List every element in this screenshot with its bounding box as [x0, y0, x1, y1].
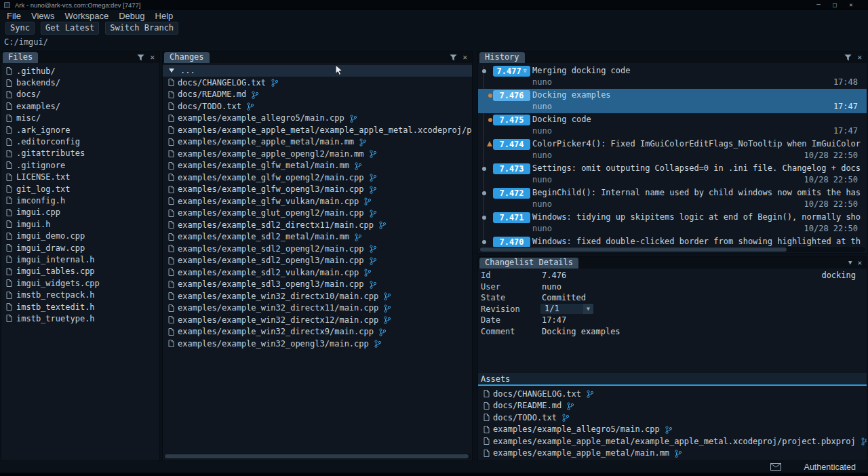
- changed-file-row[interactable]: examples/example_win32_opengl3/main.cpp: [163, 338, 472, 350]
- file-tree-item[interactable]: examples/: [1, 100, 159, 112]
- changed-file-row[interactable]: examples/example_glfw_metal/main.mm: [163, 160, 472, 172]
- toolbar-button[interactable]: Get Latest: [41, 22, 99, 35]
- changed-file-row[interactable]: examples/example_win32_directx11/main.cp…: [163, 302, 472, 315]
- asset-row[interactable]: docs/README.md: [478, 400, 867, 412]
- close-panel-icon[interactable]: ✕: [462, 54, 467, 61]
- changed-file-row[interactable]: docs/README.md: [163, 89, 472, 101]
- toolbar-button[interactable]: Switch Branch: [105, 22, 178, 35]
- changeset-row[interactable]: 7.474 ▽ ColorPicker4(): Fixed ImGuiColor…: [478, 138, 867, 162]
- scrollbar-thumb[interactable]: [480, 247, 787, 252]
- tab-history[interactable]: History: [479, 52, 525, 63]
- changeset-badge[interactable]: 7.475 ▽: [493, 115, 530, 125]
- chevron-down-icon[interactable]: ▼: [848, 260, 852, 266]
- file-name: imgui.cpp: [16, 207, 60, 217]
- changed-file-row[interactable]: docs/TODO.txt: [163, 100, 472, 113]
- file-tree-item[interactable]: imstb_rectpack.h: [1, 289, 159, 300]
- changeset-badge[interactable]: 7.474 ▽: [493, 139, 530, 150]
- horizontal-scrollbar[interactable]: [164, 454, 471, 459]
- changed-file-row[interactable]: examples/example_glfw_opengl3/main.cpp: [163, 184, 472, 196]
- file-tree-item[interactable]: imgui_draw.cpp: [1, 242, 159, 254]
- revision-combo[interactable]: 1/1 ▼: [540, 304, 593, 314]
- close-panel-icon[interactable]: ✕: [857, 259, 862, 266]
- changes-panel: Changes ✕ ... docs/CHANGELOG.txt: [162, 51, 473, 461]
- changeset-badge[interactable]: 7.477 ▽: [493, 66, 530, 77]
- changeset-badge[interactable]: 7.473 ▽: [493, 163, 530, 174]
- changed-file-row[interactable]: examples/example_sdl2_directx11/main.cpp: [163, 219, 472, 231]
- changed-file-row[interactable]: examples/example_sdl2_metal/main.mm: [163, 231, 472, 243]
- changeset-row[interactable]: 7.476 ▽ Docking examples nuno 17:47: [478, 89, 867, 113]
- file-tree-item[interactable]: imstb_textedit.h: [1, 301, 159, 313]
- menu-item[interactable]: Views: [31, 11, 54, 21]
- menu-item[interactable]: Help: [155, 11, 174, 21]
- changes-tree-root[interactable]: ...: [163, 65, 472, 77]
- maximize-button[interactable]: □: [830, 1, 840, 9]
- file-tree-item[interactable]: imstb_truetype.h: [1, 313, 159, 324]
- filter-icon[interactable]: [137, 54, 144, 61]
- file-tree-item[interactable]: imgui.h: [1, 218, 159, 230]
- tab-changelist-details[interactable]: Changelist Details: [479, 258, 578, 269]
- close-panel-icon[interactable]: ✕: [857, 54, 862, 61]
- changed-file-row[interactable]: examples/example_glfw_vulkan/main.cpp: [163, 195, 472, 207]
- file-tree-item[interactable]: imconfig.h: [1, 195, 159, 206]
- minimize-button[interactable]: ─: [814, 1, 823, 9]
- changed-file-row[interactable]: examples/example_win32_directx12/main.cp…: [163, 314, 472, 326]
- assets-header[interactable]: Assets: [478, 373, 867, 386]
- changed-file-row[interactable]: examples/example_sdl2_opengl2/main.cpp: [163, 243, 472, 255]
- menu-item[interactable]: Debug: [119, 11, 144, 21]
- changed-file-row[interactable]: examples/example_sdl3_opengl3/main.cpp: [163, 279, 472, 291]
- asset-row[interactable]: examples/example_allegro5/main.cpp: [478, 424, 867, 436]
- changed-file-row[interactable]: examples/example_allegro5/main.cpp: [163, 113, 472, 125]
- tab-files[interactable]: Files: [3, 52, 38, 63]
- changeset-row[interactable]: 7.477 ▽ Merging docking code nuno 17:48: [478, 64, 867, 89]
- file-tree-item[interactable]: .editorconfig: [1, 136, 159, 147]
- mail-icon[interactable]: [770, 463, 781, 471]
- menu-item[interactable]: File: [7, 11, 21, 21]
- changeset-badge[interactable]: 7.476 ▽: [493, 90, 530, 101]
- horizontal-scrollbar[interactable]: [479, 247, 865, 252]
- changed-file-row[interactable]: examples/example_sdl2_opengl3/main.cpp: [163, 255, 472, 267]
- changeset-row[interactable]: 7.473 ▽ Settings: omit outputing Collaps…: [478, 162, 867, 186]
- comment-value[interactable]: Docking examples: [542, 327, 620, 336]
- changeset-badge[interactable]: 7.472 ▽: [493, 188, 530, 199]
- file-tree-item[interactable]: imgui.cpp: [1, 207, 159, 218]
- asset-row[interactable]: docs/CHANGELOG.txt: [478, 388, 867, 400]
- file-tree-item[interactable]: .gitignore: [1, 159, 159, 171]
- file-tree-item[interactable]: backends/: [1, 77, 159, 88]
- changed-file-row[interactable]: examples/example_sdl2_vulkan/main.cpp: [163, 266, 472, 279]
- changed-file-row[interactable]: examples/example_glut_opengl2/main.cpp: [163, 207, 472, 220]
- changed-file-row[interactable]: examples/example_apple_opengl2/main.mm: [163, 148, 472, 160]
- changeset-badge[interactable]: 7.471 ▽: [493, 212, 530, 223]
- asset-row[interactable]: examples/example_apple_metal/example_app…: [478, 435, 867, 448]
- close-panel-icon[interactable]: ✕: [150, 54, 155, 61]
- changeset-row[interactable]: 7.475 ▽ Docking code nuno 17:47: [478, 113, 867, 138]
- asset-row[interactable]: examples/example_apple_metal/main.mm: [478, 448, 867, 460]
- filter-icon[interactable]: [844, 54, 852, 61]
- file-tree-item[interactable]: imgui_demo.cpp: [1, 230, 159, 241]
- changed-file-row[interactable]: examples/example_apple_metal/main.mm: [163, 136, 472, 148]
- changeset-badge[interactable]: 7.470 ▽: [493, 237, 530, 247]
- changed-file-row[interactable]: examples/example_apple_metal/example_app…: [163, 124, 472, 136]
- scrollbar-thumb[interactable]: [165, 454, 469, 458]
- changed-file-row[interactable]: examples/example_glfw_opengl2/main.cpp: [163, 172, 472, 184]
- file-tree-item[interactable]: git_log.txt: [1, 183, 159, 195]
- asset-row[interactable]: docs/TODO.txt: [478, 412, 867, 424]
- file-tree-item[interactable]: LICENSE.txt: [1, 172, 159, 183]
- file-tree-item[interactable]: docs/: [1, 89, 159, 100]
- changeset-row[interactable]: 7.471 ▽ Windows: tidying up skipitems lo…: [478, 211, 867, 235]
- file-tree-item[interactable]: .gitattributes: [1, 148, 159, 159]
- changed-file-row[interactable]: examples/example_win32_directx10/main.cp…: [163, 290, 472, 302]
- file-tree-item[interactable]: imgui_tables.cpp: [1, 266, 159, 277]
- toolbar-button[interactable]: Sync: [5, 22, 35, 35]
- file-tree-item[interactable]: misc/: [1, 113, 159, 124]
- file-tree-item[interactable]: imgui_internal.h: [1, 254, 159, 265]
- file-tree-item[interactable]: .ark_ignore: [1, 124, 159, 136]
- menu-item[interactable]: Workspace: [64, 11, 108, 21]
- changeset-row[interactable]: 7.472 ▽ BeginChild(): Internal name used…: [478, 186, 867, 211]
- file-tree-item[interactable]: imgui_widgets.cpp: [1, 277, 159, 289]
- file-tree-item[interactable]: .github/: [1, 65, 159, 77]
- changed-file-row[interactable]: docs/CHANGELOG.txt: [163, 77, 472, 89]
- tab-changes[interactable]: Changes: [164, 52, 210, 63]
- close-button[interactable]: ✕: [846, 1, 856, 9]
- changed-file-row[interactable]: examples/example_win32_directx9/main.cpp: [163, 326, 472, 338]
- filter-icon[interactable]: [450, 54, 457, 61]
